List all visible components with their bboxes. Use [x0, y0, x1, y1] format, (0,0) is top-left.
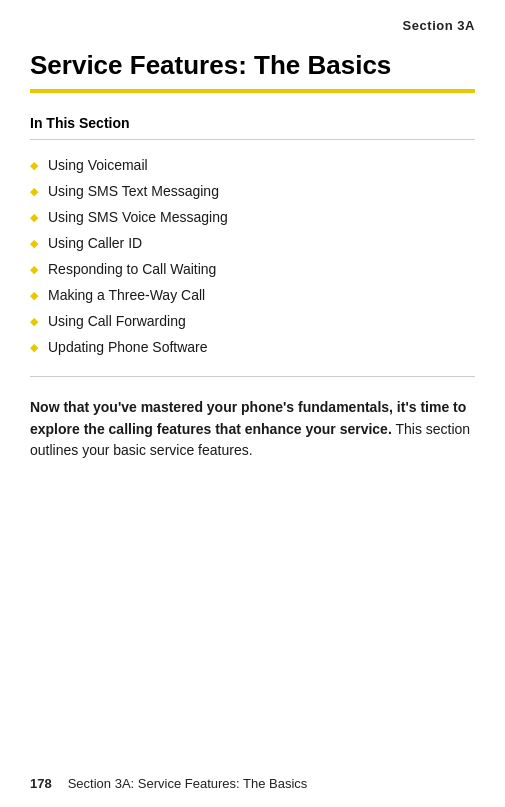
bullet-icon: ◆	[30, 237, 38, 250]
bullet-icon: ◆	[30, 185, 38, 198]
list-item-text: Updating Phone Software	[48, 339, 208, 355]
list-item-text: Responding to Call Waiting	[48, 261, 216, 277]
bullet-icon: ◆	[30, 159, 38, 172]
list-item-text: Making a Three-Way Call	[48, 287, 205, 303]
list-item: ◆ Responding to Call Waiting	[30, 256, 475, 282]
list-item: ◆ Using SMS Voice Messaging	[30, 204, 475, 230]
footer-text: Section 3A: Service Features: The Basics	[68, 776, 308, 791]
bullet-icon: ◆	[30, 315, 38, 328]
footer-page-number: 178	[30, 776, 52, 791]
section-label: Section 3A	[0, 0, 505, 43]
list-item-text: Using Caller ID	[48, 235, 142, 251]
list-item: ◆ Using SMS Text Messaging	[30, 178, 475, 204]
list-item: ◆ Updating Phone Software	[30, 334, 475, 360]
list-item-text: Using Voicemail	[48, 157, 148, 173]
list-item: ◆ Using Caller ID	[30, 230, 475, 256]
footer: 178 Section 3A: Service Features: The Ba…	[0, 776, 505, 791]
list-item: ◆ Using Call Forwarding	[30, 308, 475, 334]
list-item: ◆ Making a Three-Way Call	[30, 282, 475, 308]
bullet-icon: ◆	[30, 263, 38, 276]
list-item: ◆ Using Voicemail	[30, 152, 475, 178]
page-container: Section 3A Service Features: The Basics …	[0, 0, 505, 807]
page-title: Service Features: The Basics	[0, 43, 505, 81]
list-item-text: Using SMS Voice Messaging	[48, 209, 228, 225]
bullet-icon: ◆	[30, 289, 38, 302]
list-container: ◆ Using Voicemail ◆ Using SMS Text Messa…	[0, 140, 505, 360]
list-item-text: Using SMS Text Messaging	[48, 183, 219, 199]
bullet-icon: ◆	[30, 341, 38, 354]
body-text: Now that you've mastered your phone's fu…	[0, 377, 505, 462]
list-item-text: Using Call Forwarding	[48, 313, 186, 329]
in-this-section-label: In This Section	[0, 93, 505, 131]
bullet-icon: ◆	[30, 211, 38, 224]
